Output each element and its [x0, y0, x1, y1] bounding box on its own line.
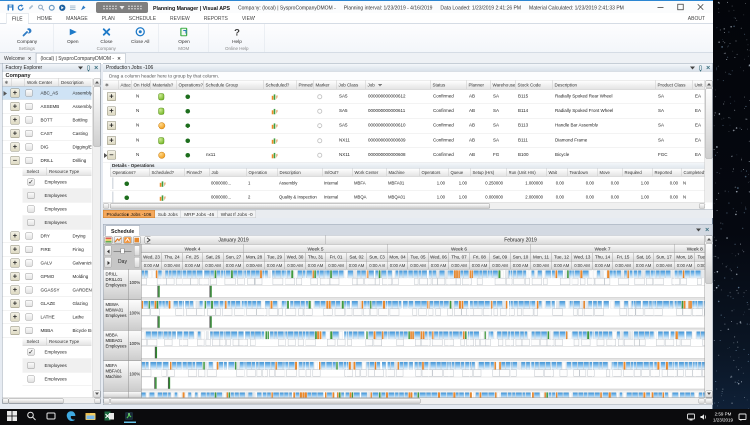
zoom-out-button[interactable] — [134, 257, 140, 268]
expander-expand-button[interactable]: + — [11, 102, 20, 111]
column-header-resource-type[interactable]: Resource Type — [47, 168, 92, 176]
ribbon-tab-reports[interactable]: REPORTS — [198, 13, 233, 24]
scroll-left-button[interactable] — [103, 204, 109, 209]
details-column-header-scheduled-[interactable]: Scheduled? — [149, 169, 184, 177]
column-header-operations-[interactable]: Operations? — [176, 81, 203, 90]
day-cell[interactable]: Sat, 16 — [634, 253, 655, 261]
pin-icon[interactable] — [80, 4, 88, 12]
scroll-left-button[interactable] — [104, 399, 110, 404]
legend-icon[interactable] — [105, 237, 113, 244]
expander-expand-button[interactable]: + — [11, 272, 20, 281]
expander-expand-button[interactable]: + — [11, 259, 20, 268]
close-icon[interactable]: ✕ — [28, 54, 32, 64]
gantt-row[interactable] — [142, 331, 706, 362]
column-header-resource-type[interactable]: Resource Type — [47, 338, 92, 346]
job-row[interactable]: –Nnx11NX11000000000000608ConfirmedABFGB1… — [103, 148, 705, 163]
chart-arrow-icon[interactable] — [114, 237, 122, 244]
column-header-schedule-group[interactable]: Schedule Group — [203, 81, 263, 90]
resource-row[interactable]: Employees — [23, 359, 92, 373]
column-header-select[interactable]: Select — [25, 168, 47, 176]
row-collapse-button[interactable]: – — [107, 150, 116, 159]
resource-row[interactable]: Employees — [23, 216, 92, 230]
resource-row[interactable]: Employees — [23, 373, 92, 387]
ribbon-button-company[interactable]: Company — [12, 26, 42, 44]
row-checkbox[interactable] — [26, 287, 33, 294]
go-icon[interactable] — [59, 4, 67, 12]
minimize-button[interactable] — [656, 3, 665, 12]
day-cell[interactable]: Sat, 26 — [203, 253, 224, 261]
ribbon-tab-plan[interactable]: PLAN — [96, 13, 120, 24]
planning-app-icon[interactable] — [124, 411, 136, 423]
gantt-row[interactable] — [142, 361, 706, 392]
ribbon-tab-home[interactable]: HOME — [32, 13, 58, 24]
details-column-header-operators[interactable]: Operators — [419, 169, 448, 177]
day-cell[interactable]: Thu, 14 — [593, 253, 614, 261]
work-center-row[interactable]: +GALVGalvanizing — [3, 257, 92, 271]
details-column-header-wait[interactable]: Wait — [546, 169, 567, 177]
work-center-row[interactable]: +CASTCasting — [3, 127, 92, 141]
day-cell[interactable]: Thu, 31 — [306, 253, 327, 261]
details-column-header-operations-[interactable]: Operations? — [110, 169, 149, 177]
day-cell[interactable]: Thu, 07 — [449, 253, 470, 261]
expander-expand-button[interactable]: + — [11, 313, 20, 322]
scroll-thumb[interactable] — [111, 399, 421, 404]
scroll-thumb[interactable] — [94, 87, 101, 147]
day-cell[interactable]: Sun, 10 — [511, 253, 532, 261]
details-column-header-machine[interactable]: Machine — [386, 169, 419, 177]
scroll-right-button[interactable] — [699, 399, 705, 404]
details-column-header-reported[interactable]: Reported — [652, 169, 681, 177]
column-header-pinned-[interactable]: Pinned? — [296, 81, 313, 90]
resource-checkbox[interactable] — [28, 376, 35, 383]
details-column-header-teardown[interactable]: Teardown — [567, 169, 597, 177]
notifications-icon[interactable] — [738, 413, 747, 422]
scroll-thumb[interactable] — [706, 89, 713, 159]
gantt-row[interactable] — [142, 300, 706, 331]
row-checkbox[interactable] — [26, 157, 33, 164]
row-expand-button[interactable]: + — [107, 136, 116, 145]
refresh-icon[interactable] — [17, 4, 25, 12]
work-center-row[interactable]: +FIREFiring — [3, 243, 92, 257]
day-cell[interactable]: Wed, 13 — [572, 253, 593, 261]
slider-thumb[interactable] — [121, 248, 125, 254]
pin-icon[interactable] — [699, 65, 702, 70]
ribbon-button-close-all[interactable]: Close All — [125, 26, 155, 44]
expander-expand-button[interactable]: + — [11, 143, 20, 152]
work-center-row[interactable]: +LATHELathe — [3, 311, 92, 325]
day-cell[interactable]: Tue, 29 — [265, 253, 286, 261]
column-header-expander[interactable]: ✱ — [103, 81, 118, 90]
ribbon-tab-file[interactable]: FILE — [6, 13, 29, 24]
excel-icon[interactable] — [105, 411, 117, 423]
gantt-row[interactable] — [142, 270, 706, 301]
taskview-icon[interactable] — [46, 411, 58, 423]
resource-checkbox[interactable]: ✓ — [28, 179, 35, 186]
details-column-header-required[interactable]: Required — [622, 169, 652, 177]
work-center-row[interactable]: +GPMOMolding — [3, 270, 92, 284]
day-cell[interactable]: Fri, 01 — [326, 253, 347, 261]
day-cell[interactable]: Tue, 05 — [408, 253, 429, 261]
column-header-marker[interactable]: Marker — [313, 81, 336, 90]
day-cell[interactable]: Tue, 12 — [552, 253, 573, 261]
column-header-product-class[interactable]: Product Class — [655, 81, 692, 90]
column-header-materials-[interactable]: Materials? — [150, 81, 176, 90]
day-cell[interactable]: Fri, 15 — [613, 253, 634, 261]
edge-icon[interactable] — [66, 411, 78, 423]
search-icon[interactable] — [38, 4, 46, 12]
work-center-row[interactable]: +DIGDigging/Ex — [3, 141, 92, 155]
column-header-on-hold[interactable]: On Hold — [131, 81, 150, 90]
day-cell[interactable]: Wed, 06 — [429, 253, 450, 261]
row-checkbox[interactable] — [26, 273, 33, 280]
row-checkbox[interactable] — [26, 144, 33, 151]
zoom-prev-button[interactable] — [105, 246, 112, 257]
ribbon-tab-manage[interactable]: MANAGE — [61, 13, 94, 24]
zoom-in-button[interactable] — [134, 246, 140, 257]
row-checkbox[interactable] — [26, 103, 33, 110]
close-button[interactable] — [696, 3, 705, 12]
ribbon-button-help[interactable]: ?Help — [222, 26, 252, 44]
row-expand-button[interactable]: + — [107, 107, 116, 116]
expander-collapse-button[interactable]: – — [11, 156, 20, 165]
corner-button[interactable] — [706, 399, 713, 404]
work-center-row[interactable]: –DRILLDrilling — [3, 154, 92, 168]
day-cell[interactable]: Mon, 11 — [531, 253, 552, 261]
day-cell[interactable]: Wed, 23 — [142, 253, 163, 261]
save-icon[interactable] — [7, 4, 14, 11]
